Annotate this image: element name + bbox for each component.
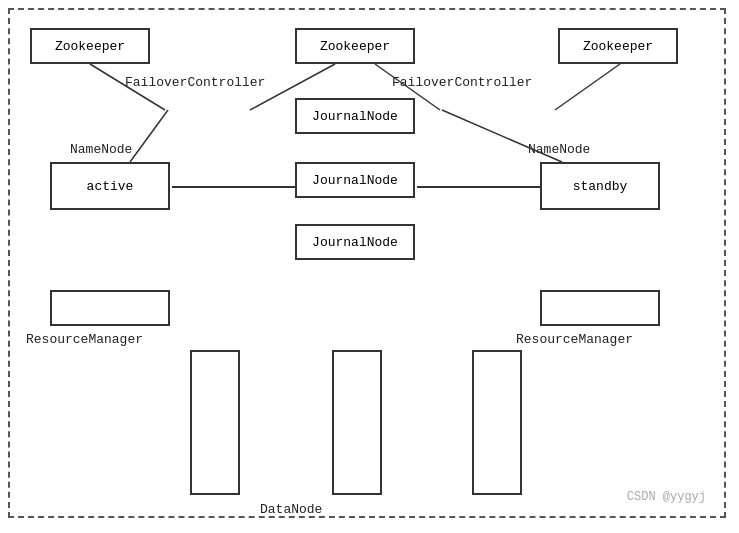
failover-controller-1-label: FailoverController bbox=[125, 75, 265, 90]
datanode-1 bbox=[190, 350, 240, 495]
zookeeper-3: Zookeeper bbox=[558, 28, 678, 64]
svg-line-3 bbox=[555, 64, 620, 110]
datanode-3 bbox=[472, 350, 522, 495]
journal-node-3: JournalNode bbox=[295, 224, 415, 260]
datanode-2 bbox=[332, 350, 382, 495]
jn-standby-line bbox=[417, 186, 540, 188]
svg-line-4 bbox=[130, 110, 168, 162]
resource-manager-1-box bbox=[50, 290, 170, 326]
active-jn-line bbox=[172, 186, 295, 188]
diagram-container: Zookeeper Zookeeper Zookeeper FailoverCo… bbox=[8, 8, 726, 518]
datanode-label: DataNode bbox=[260, 502, 322, 517]
namenode-2-label: NameNode bbox=[528, 142, 590, 157]
resource-manager-2-label: ResourceManager bbox=[516, 332, 633, 347]
namenode-1-label: NameNode bbox=[70, 142, 132, 157]
failover-controller-2-label: FailoverController bbox=[392, 75, 532, 90]
standby-namenode: standby bbox=[540, 162, 660, 210]
zookeeper-2: Zookeeper bbox=[295, 28, 415, 64]
journal-node-2: JournalNode bbox=[295, 162, 415, 198]
resource-manager-2-box bbox=[540, 290, 660, 326]
watermark: CSDN @yygyj bbox=[627, 490, 706, 504]
active-namenode: active bbox=[50, 162, 170, 210]
journal-node-1: JournalNode bbox=[295, 98, 415, 134]
resource-manager-1-label: ResourceManager bbox=[26, 332, 143, 347]
zookeeper-1: Zookeeper bbox=[30, 28, 150, 64]
